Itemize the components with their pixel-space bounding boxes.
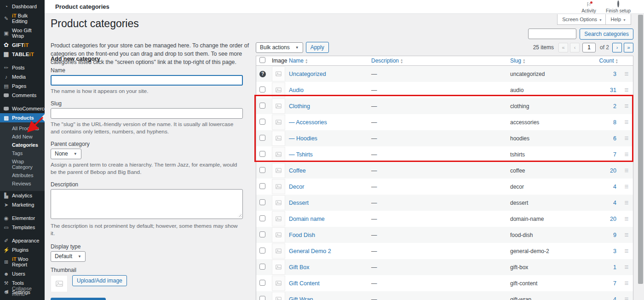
category-name-link[interactable]: — Hoodies [289, 135, 317, 142]
drag-handle-icon[interactable]: ☰ [619, 265, 634, 270]
sidebar-item-woocommerce[interactable]: WooCommerce [0, 104, 45, 113]
column-header-slug[interactable]: Slug▲▼ [510, 58, 598, 64]
sidebar-subitem-categories[interactable]: Categories [0, 141, 45, 149]
sidebar-item-marketing[interactable]: ➤Marketing [0, 200, 45, 209]
category-name-link[interactable]: Clothing [289, 103, 310, 110]
category-name-link[interactable]: Gift Content [289, 280, 320, 287]
select-all-checkbox[interactable] [259, 57, 265, 63]
drag-handle-icon[interactable]: ☰ [619, 200, 634, 205]
category-count-link[interactable]: 4 [613, 200, 616, 206]
drag-handle-icon[interactable]: ☰ [619, 104, 634, 109]
drag-handle-icon[interactable]: ☰ [619, 120, 634, 125]
sidebar-item-users[interactable]: ☻Users [0, 269, 45, 278]
row-checkbox[interactable] [259, 87, 265, 92]
category-name-link[interactable]: Gift Wrap [289, 296, 313, 300]
search-input[interactable] [528, 29, 576, 39]
category-name-link[interactable]: Domain name [289, 216, 325, 222]
drag-handle-icon[interactable]: ☰ [619, 168, 634, 173]
column-header-count[interactable]: Count▲▼ [598, 58, 619, 64]
apply-button[interactable]: Apply [306, 42, 329, 53]
row-checkbox[interactable] [259, 119, 265, 125]
sidebar-item-analytics[interactable]: ▙Analytics [0, 191, 45, 200]
column-header-description[interactable]: Description▲▼ [371, 58, 510, 64]
description-field[interactable] [51, 189, 243, 219]
default-category-help-icon[interactable]: ? [259, 71, 266, 77]
row-checkbox[interactable] [259, 199, 265, 205]
sidebar-item-posts[interactable]: ✏Posts [0, 63, 45, 72]
category-name-link[interactable]: Decor [289, 184, 304, 190]
next-page-button[interactable]: › [612, 43, 622, 52]
bulk-actions-select[interactable]: Bulk actions▼ [256, 42, 303, 53]
parent-category-select[interactable]: None▼ [51, 149, 81, 159]
category-name-link[interactable]: Uncategorized [289, 71, 326, 77]
upload-add-image-button[interactable]: Upload/Add image [72, 275, 127, 286]
category-count-link[interactable]: 3 [613, 71, 616, 77]
category-name-link[interactable]: Food Dish [289, 232, 315, 238]
drag-handle-icon[interactable]: ☰ [619, 232, 634, 237]
category-name-link[interactable]: Dessert [289, 200, 309, 206]
category-count-link[interactable]: 9 [613, 232, 616, 238]
sidebar-item-it-woo-report[interactable]: ⊞iT Woo Report [0, 254, 45, 269]
sidebar-subitem-reviews[interactable]: Reviews [0, 179, 45, 188]
row-checkbox[interactable] [259, 135, 265, 141]
drag-handle-icon[interactable]: ☰ [619, 71, 634, 76]
sidebar-subitem-all-products[interactable]: All Products [0, 124, 45, 133]
sidebar-item-media[interactable]: ♪Media [0, 72, 45, 81]
drag-handle-icon[interactable]: ☰ [619, 297, 634, 300]
sidebar-item-elementor[interactable]: ◉Elementor [0, 213, 45, 223]
row-checkbox[interactable] [259, 296, 265, 300]
sidebar-subitem-attributes[interactable]: Attributes [0, 171, 45, 179]
scrollbar-thumb[interactable] [638, 15, 643, 284]
row-checkbox[interactable] [259, 215, 265, 221]
row-checkbox[interactable] [259, 280, 265, 286]
drag-handle-icon[interactable]: ☰ [619, 152, 634, 157]
drag-handle-icon[interactable]: ☰ [619, 136, 634, 141]
category-count-link[interactable]: 7 [613, 280, 616, 287]
category-count-link[interactable]: 6 [613, 135, 616, 142]
prev-page-button[interactable]: ‹ [570, 43, 580, 52]
row-checkbox[interactable] [259, 167, 265, 173]
name-field[interactable] [51, 75, 243, 86]
category-name-link[interactable]: — Tshirts [289, 151, 313, 158]
category-count-link[interactable]: 4 [613, 184, 616, 190]
row-checkbox[interactable] [259, 183, 265, 189]
display-type-select[interactable]: Default▼ [51, 251, 86, 262]
category-count-link[interactable]: 3 [613, 248, 616, 254]
slug-field[interactable] [51, 108, 243, 119]
drag-handle-icon[interactable]: ☰ [619, 248, 634, 254]
sidebar-item-templates[interactable]: ▭Templates [0, 223, 45, 232]
drag-handle-icon[interactable]: ☰ [619, 87, 634, 92]
sidebar-subitem-add-new[interactable]: Add New [0, 133, 45, 141]
sidebar-item-giftit[interactable]: ✿GIFTiT [0, 40, 45, 50]
finish-setup-button[interactable]: Finish setup [604, 0, 633, 13]
current-page-input[interactable] [582, 43, 596, 52]
sidebar-item-collapse-menu[interactable]: ◀Collapse menu [0, 284, 45, 299]
drag-handle-icon[interactable]: ☰ [619, 281, 634, 286]
activity-button[interactable]: ⚐ Activity [574, 0, 604, 13]
row-checkbox[interactable] [259, 103, 265, 109]
row-checkbox[interactable] [259, 248, 265, 254]
category-count-link[interactable]: 1 [613, 264, 616, 271]
category-name-link[interactable]: Audio [289, 87, 304, 93]
category-count-link[interactable]: 20 [610, 167, 616, 174]
sidebar-item-comments[interactable]: Comments [0, 91, 45, 100]
sidebar-item-woo-gift-wrap[interactable]: ▣Woo Gift Wrap [0, 26, 45, 40]
row-checkbox[interactable] [259, 151, 265, 157]
sidebar-item-pages[interactable]: ▤Pages [0, 81, 45, 91]
sidebar-item-appearance[interactable]: ✐Appearance [0, 236, 45, 245]
sidebar-item-bulk-editing[interactable]: ✎iT Bulk Editing [0, 11, 45, 26]
category-count-link[interactable]: 8 [613, 119, 616, 126]
vertical-scrollbar[interactable] [637, 14, 644, 300]
category-name-link[interactable]: General Demo 2 [289, 248, 331, 254]
category-name-link[interactable]: — Accessories [289, 119, 327, 126]
column-header-name[interactable]: Name▲▼ [289, 58, 371, 64]
sidebar-subitem-wrap-category[interactable]: Wrap Category [0, 157, 45, 171]
category-count-link[interactable]: 20 [610, 216, 616, 222]
category-name-link[interactable]: Coffee [289, 167, 306, 174]
sidebar-subitem-tags[interactable]: Tags [0, 149, 45, 157]
drag-handle-icon[interactable]: ☰ [619, 184, 634, 189]
add-new-category-button[interactable]: Add new category [51, 298, 106, 300]
sidebar-item-tableit[interactable]: ▦TABLEiT [0, 50, 45, 59]
first-page-button[interactable]: « [558, 43, 568, 52]
category-count-link[interactable]: 2 [613, 103, 616, 110]
